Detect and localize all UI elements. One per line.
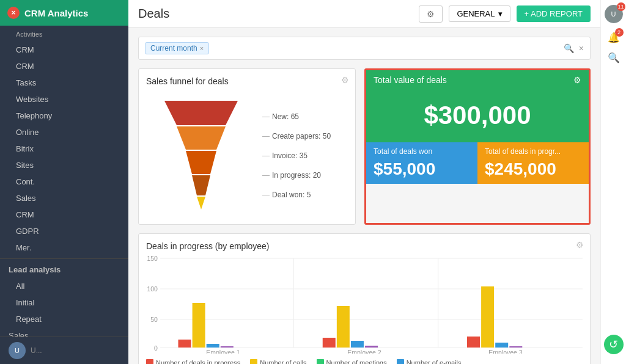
funnel-label-inprogress: — In progress: 20	[262, 171, 331, 180]
legend-label-deals: Number of deals in progress	[156, 359, 240, 364]
svg-text:Employee 1: Employee 1	[206, 349, 240, 354]
svg-text:Employee 2: Employee 2	[347, 349, 381, 354]
right-avatar-label: U	[611, 10, 616, 18]
funnel-segment-won	[197, 197, 205, 209]
add-report-button[interactable]: + ADD REPORT	[517, 5, 591, 22]
sidebar-item-initial[interactable]: Initial	[0, 294, 128, 311]
funnel-segment-create	[177, 126, 226, 150]
search-icon-right[interactable]: 🔍	[608, 52, 620, 64]
bell-badge: 2	[615, 28, 624, 37]
sidebar-item-crm2[interactable]: CRM	[0, 58, 128, 75]
svg-rect-13	[221, 346, 234, 348]
sidebar-item-mer[interactable]: Mer.	[0, 239, 128, 256]
topbar: Deals ⚙ GENERAL ▾ + ADD REPORT	[128, 0, 600, 28]
panels-row: Sales funnel for deals ⚙	[138, 68, 591, 225]
sidebar-item-bitrix[interactable]: Bitrix	[0, 140, 128, 157]
sidebar-item-sales-label[interactable]: Sales	[0, 327, 128, 337]
funnel-container: — New: 65 — Create papers: 50 — Invoice:…	[146, 95, 348, 217]
tv-main-value: $300,000	[366, 90, 589, 142]
sidebar-item-sales[interactable]: Sales	[0, 190, 128, 206]
svg-text:50: 50	[150, 316, 158, 323]
filter-tag[interactable]: Current month ×	[145, 42, 209, 54]
sidebar-item-websites[interactable]: Websites	[0, 91, 128, 107]
svg-text:100: 100	[147, 286, 158, 293]
tv-header-label: Total value of deals	[374, 75, 447, 85]
tv-header: Total value of deals ⚙	[366, 70, 589, 90]
user-avatar[interactable]: U	[9, 342, 26, 359]
page-title: Deals	[138, 7, 413, 21]
dropdown-icon: ▾	[498, 9, 503, 18]
funnel-segment-invoice	[186, 151, 216, 174]
barchart-panel-title: Deals in progress (by employee)	[146, 241, 270, 251]
tv-won: Total of deals won $55,000	[366, 142, 477, 184]
svg-rect-23	[509, 346, 522, 348]
gear-icon: ⚙	[427, 9, 435, 19]
svg-rect-17	[351, 341, 364, 348]
legend-dot-calls	[250, 359, 257, 364]
right-sidebar: U 11 🔔 2 🔍 ↺	[600, 0, 626, 364]
svg-rect-18	[365, 346, 378, 348]
filter-clear-icon[interactable]: ×	[579, 43, 584, 53]
user-label: U...	[31, 346, 42, 355]
barchart-area: 150 100 50 0	[146, 256, 583, 364]
right-avatar[interactable]: U 11	[605, 5, 623, 23]
tv-inprog: Total of deals in progr... $245,000	[477, 142, 589, 184]
sidebar-item-lead-analysis[interactable]: Lead analysis	[0, 261, 128, 278]
legend-label-calls: Number of calls	[260, 359, 306, 364]
funnel-label-new: — New: 65	[262, 112, 331, 121]
phone-icon: ↺	[609, 338, 618, 351]
sidebar-item-gdpr[interactable]: GDPR	[0, 223, 128, 239]
sidebar-item-activities[interactable]: Activities	[0, 26, 128, 42]
tv-header-gear[interactable]: ⚙	[573, 75, 581, 85]
svg-rect-21	[481, 286, 494, 348]
add-report-label: + ADD REPORT	[525, 9, 583, 18]
tv-won-value: $55,000	[374, 159, 470, 179]
sidebar-item-crm1[interactable]: CRM	[0, 42, 128, 58]
tv-inprog-label: Total of deals in progr...	[485, 147, 581, 156]
funnel-label-invoice: — Invoice: 35	[262, 151, 331, 160]
funnel-label-won: — Deal won: 5	[262, 191, 331, 199]
sidebar-item-telephony[interactable]: Telephony	[0, 107, 128, 124]
total-value-panel: Total value of deals ⚙ $300,000 Total of…	[364, 68, 591, 225]
legend-dot-meetings	[317, 359, 324, 364]
notification-badge: 11	[617, 2, 625, 11]
sidebar: × CRM Analytics Activities CRM CRM Tasks…	[0, 0, 128, 364]
filter-tag-close[interactable]: ×	[200, 45, 204, 52]
bell-icon[interactable]: 🔔 2	[608, 32, 620, 43]
sidebar-close-btn[interactable]: ×	[7, 7, 20, 19]
sidebar-item-crm3[interactable]: CRM	[0, 206, 128, 223]
sidebar-title: CRM Analytics	[24, 8, 88, 18]
search-icon[interactable]: 🔍	[564, 43, 574, 53]
svg-rect-15	[323, 338, 336, 348]
tv-won-label: Total of deals won	[374, 147, 470, 156]
content-area: Current month × 🔍 × Sales funnel for dea…	[128, 28, 600, 364]
sidebar-item-cont[interactable]: Cont.	[0, 173, 128, 190]
sidebar-item-sites[interactable]: Sites	[0, 157, 128, 173]
legend-dot-deals	[146, 359, 153, 364]
svg-rect-20	[467, 337, 480, 348]
svg-rect-11	[193, 303, 205, 348]
svg-rect-22	[495, 343, 508, 348]
filter-bar: Current month × 🔍 ×	[138, 37, 591, 60]
funnel-panel-title: Sales funnel for deals	[146, 76, 229, 86]
tv-inprog-value: $245,000	[485, 159, 581, 179]
funnel-gear-icon[interactable]: ⚙	[341, 75, 349, 85]
chart-legend: Number of deals in progress Number of ca…	[146, 359, 583, 364]
svg-rect-16	[337, 306, 350, 348]
sidebar-item-tasks[interactable]: Tasks	[0, 75, 128, 91]
sidebar-item-repeat[interactable]: Repeat	[0, 311, 128, 327]
barchart-svg: 150 100 50 0	[146, 256, 583, 354]
svg-rect-12	[207, 344, 219, 348]
tv-bottom: Total of deals won $55,000 Total of deal…	[366, 142, 589, 184]
sidebar-item-all[interactable]: All	[0, 278, 128, 294]
funnel-segment-progress	[192, 175, 210, 195]
funnel-label-create: — Create papers: 50	[262, 132, 331, 140]
general-button[interactable]: GENERAL ▾	[449, 5, 510, 22]
gear-button[interactable]: ⚙	[419, 5, 443, 23]
svg-text:Employee 3: Employee 3	[488, 349, 523, 354]
phone-button[interactable]: ↺	[604, 335, 624, 354]
funnel-segment-new	[164, 101, 238, 125]
main-area: Deals ⚙ GENERAL ▾ + ADD REPORT Current m…	[128, 0, 600, 364]
barchart-gear-icon[interactable]: ⚙	[576, 240, 584, 250]
sidebar-item-online[interactable]: Online	[0, 124, 128, 140]
